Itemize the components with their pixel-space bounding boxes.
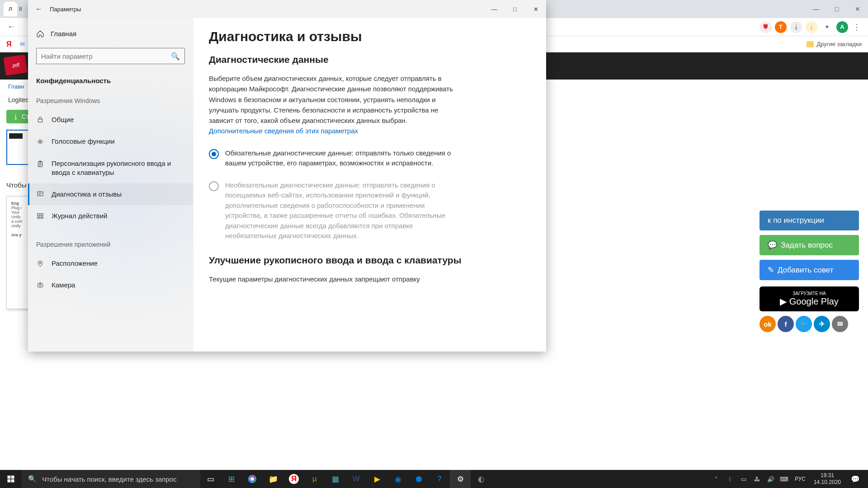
google-play-badge[interactable]: ЗАГРУЗИТЕ НА ▶ Google Play [760, 286, 859, 311]
svg-rect-15 [11, 479, 14, 483]
taskbar-app-chrome[interactable] [242, 470, 263, 488]
taskbar-app[interactable]: ◐ [471, 470, 491, 488]
browser-close-button[interactable]: ✕ [847, 0, 868, 18]
tray-network-icon[interactable]: 🖧 [751, 470, 763, 488]
sidebar-item-label: Голосовые функции [52, 137, 115, 146]
description-text: Выберите объем диагностических данных, к… [209, 73, 453, 136]
add-tip-button[interactable]: ✎ Добавить совет [760, 260, 859, 280]
social-mail-icon[interactable]: ✉ [832, 316, 848, 332]
system-tray: ˄ ᛒ ▭ 🖧 🔊 ⌨ РУС 19:31 14.10.2020 💬 [711, 470, 868, 488]
svg-rect-8 [41, 217, 43, 218]
taskbar-app-yandex[interactable]: Я [283, 470, 304, 488]
sidebar-item-camera[interactable]: Камера [28, 274, 193, 296]
taskbar-app-help[interactable]: ? [429, 470, 450, 488]
browser-minimize-button[interactable]: — [806, 0, 826, 18]
browser-menu-button[interactable]: ⋮ [850, 22, 863, 32]
browser-back-button[interactable]: ← [5, 20, 18, 34]
sidebar-home[interactable]: Главная [28, 24, 193, 42]
ask-question-button[interactable]: 💬 Задать вопрос [760, 235, 859, 255]
camera-icon [36, 282, 44, 288]
right-sidebar: к по инструкции 💬 Задать вопрос ✎ Добави… [760, 211, 859, 332]
tray-volume-icon[interactable]: 🔊 [765, 470, 777, 488]
pdf-icon: .pdf [3, 55, 27, 75]
browser-tab[interactable]: Л [4, 2, 17, 16]
taskbar-clock[interactable]: 19:31 14.10.2020 [810, 472, 844, 486]
folder-icon [807, 41, 814, 47]
search-placeholder: Чтобы начать поиск, введите здесь запрос [42, 475, 177, 483]
language-indicator[interactable]: РУС [792, 476, 808, 482]
svg-rect-4 [38, 192, 43, 196]
bookmark-item[interactable]: ✉ [20, 41, 25, 47]
sidebar-item-diagnostics[interactable]: Диагностика и отзывы [28, 183, 193, 205]
action-center-button[interactable]: 💬 [846, 470, 864, 488]
search-box[interactable]: 🔍 [36, 48, 185, 64]
taskbar-app-explorer[interactable]: 📁 [263, 470, 283, 488]
sidebar-item-label: Общие [52, 115, 74, 124]
taskbar-app-edge[interactable]: ◉ [387, 470, 408, 488]
tray-chevron-icon[interactable]: ˄ [711, 470, 722, 488]
instruction-button[interactable]: к по инструкции [760, 211, 859, 230]
window-title: Параметры [50, 6, 81, 13]
profile-avatar[interactable]: А [836, 21, 848, 33]
social-tw-icon[interactable]: 🐦 [796, 316, 812, 332]
svg-rect-12 [8, 476, 11, 479]
maximize-button[interactable]: □ [505, 0, 525, 18]
taskbar-app-store[interactable]: ⊞ [221, 470, 242, 488]
extension-icon[interactable]: ⭳ [790, 21, 802, 33]
sidebar-section-header: Разрешения приложений [28, 235, 193, 253]
taskbar-app-utorrent[interactable]: µ [304, 470, 325, 488]
extensions-button[interactable]: ✦ [821, 21, 833, 33]
social-fb-icon[interactable]: f [778, 316, 794, 332]
extension-icon[interactable]: ⛊ [760, 21, 771, 33]
extension-icon[interactable]: T [775, 21, 787, 33]
back-button[interactable]: ← [28, 0, 50, 18]
social-ok-icon[interactable]: ok [760, 316, 776, 332]
taskbar-app-word[interactable]: W [346, 470, 367, 488]
task-view-button[interactable]: ▭ [200, 470, 221, 488]
extension-icon[interactable]: ⭳ [806, 21, 817, 33]
search-icon: 🔍 [28, 475, 37, 483]
tray-bluetooth-icon[interactable]: ᛒ [724, 470, 736, 488]
search-input[interactable] [41, 52, 171, 60]
radio-button[interactable] [209, 149, 219, 159]
location-icon [36, 260, 44, 268]
tray-battery-icon[interactable]: ▭ [738, 470, 750, 488]
svg-rect-5 [38, 214, 40, 216]
tab-count: 8 [19, 6, 22, 12]
sidebar-item-general[interactable]: Общие [28, 109, 193, 131]
radio-option-optional[interactable]: Необязательные диагностические данные: о… [209, 180, 458, 241]
tray-ime-icon[interactable]: ⌨ [778, 470, 790, 488]
learn-more-link[interactable]: Дополнительные сведения об этих параметр… [209, 127, 358, 135]
section-heading: Улучшение рукописного ввода и ввода с кл… [209, 255, 531, 266]
section-heading: Диагностические данные [209, 54, 531, 65]
other-bookmarks-button[interactable]: Другие закладки [816, 41, 862, 47]
sidebar-item-activity[interactable]: Журнал действий [28, 205, 193, 227]
settings-sidebar: Главная 🔍 Конфиденциальность Разрешения … [28, 18, 193, 352]
page-title: Диагностика и отзывы [209, 29, 531, 44]
sidebar-item-voice[interactable]: Голосовые функции [28, 131, 193, 152]
taskbar-app[interactable]: ⬢ [408, 470, 429, 488]
sidebar-item-inking[interactable]: Персонализация рукописного ввода и ввода… [28, 153, 193, 184]
taskbar-app-player[interactable]: ▶ [367, 470, 387, 488]
radio-option-required[interactable]: Обязательные диагностические данные: отп… [209, 148, 458, 169]
close-button[interactable]: ✕ [525, 0, 546, 18]
svg-rect-0 [38, 119, 42, 122]
sidebar-category: Конфиденциальность [28, 73, 193, 91]
start-button[interactable] [0, 470, 22, 488]
svg-rect-13 [11, 476, 14, 479]
browser-maximize-button[interactable]: □ [826, 0, 847, 18]
radio-label: Необязательные диагностические данные: о… [225, 180, 458, 241]
search-icon: 🔍 [171, 52, 180, 61]
warning-text: Текущие параметры диагностических данных… [209, 274, 453, 284]
taskbar-app[interactable]: ▦ [325, 470, 346, 488]
sidebar-item-location[interactable]: Расположение [28, 253, 193, 274]
taskbar-app-settings[interactable]: ⚙ [450, 470, 471, 488]
clipboard-icon [36, 160, 44, 168]
minimize-button[interactable]: — [484, 0, 505, 18]
social-tg-icon[interactable]: ✈ [814, 316, 830, 332]
taskbar-search[interactable]: 🔍 Чтобы начать поиск, введите здесь запр… [22, 470, 200, 488]
radio-button[interactable] [209, 181, 219, 191]
svg-rect-6 [41, 214, 43, 216]
bookmark-item[interactable]: Я [6, 40, 12, 48]
taskbar: 🔍 Чтобы начать поиск, введите здесь запр… [0, 470, 868, 488]
